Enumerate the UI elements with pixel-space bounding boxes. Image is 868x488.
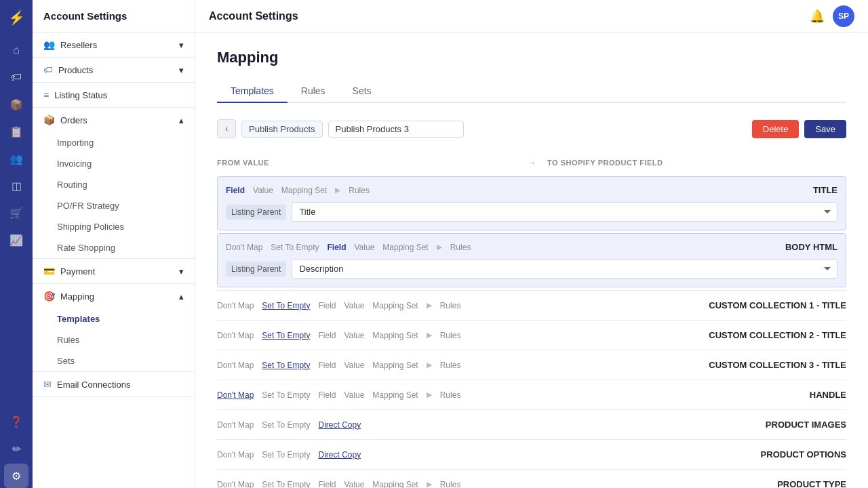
custom-col-3-set-empty[interactable]: Set To Empty [262, 361, 310, 370]
nav-payment-header[interactable]: 💳 Payment ▾ [33, 259, 195, 283]
product-images-set-empty[interactable]: Set To Empty [262, 420, 310, 430]
nav-resellers-header[interactable]: 👥 Resellers ▾ [33, 33, 195, 57]
nav-orders-header[interactable]: 📦 Orders ▴ [33, 108, 195, 132]
product-images-direct-copy[interactable]: Direct Copy [318, 420, 361, 430]
help-nav-icon[interactable]: ❓ [4, 409, 28, 434]
handle-mapping-set[interactable]: Mapping Set [372, 390, 418, 400]
nav-email-header[interactable]: ✉ Email Connections [33, 372, 195, 396]
list-nav-icon[interactable]: 📋 [4, 119, 28, 144]
handle-set-empty[interactable]: Set To Empty [262, 390, 310, 400]
product-options-set-empty[interactable]: Set To Empty [262, 450, 310, 460]
custom-col-1-field[interactable]: Field [318, 301, 336, 310]
custom-col-1-set-empty[interactable]: Set To Empty [262, 301, 310, 310]
custom-col-3-rules[interactable]: Rules [440, 361, 461, 370]
product-type-value[interactable]: Value [344, 480, 365, 489]
handle-dont-map[interactable]: Don't Map [217, 390, 254, 400]
custom-col-1-rules[interactable]: Rules [440, 301, 461, 310]
avatar[interactable]: SP [833, 5, 854, 27]
custom-col-3-value[interactable]: Value [344, 361, 365, 370]
product-type-set-empty[interactable]: Set To Empty [262, 480, 310, 489]
orders-label: Orders [60, 115, 87, 125]
mapping-row-product-options: Don't Map Set To Empty Direct Copy PRODU… [217, 439, 846, 469]
product-images-dont-map[interactable]: Don't Map [217, 420, 254, 430]
edit-nav-icon[interactable]: ✏ [4, 436, 28, 461]
bell-icon[interactable]: 🔔 [810, 9, 825, 24]
custom-col-2-value[interactable]: Value [344, 331, 365, 340]
custom-col-3-field[interactable]: Field [318, 361, 336, 370]
nav-mapping-header[interactable]: 🎯 Mapping ▴ [33, 284, 195, 308]
tab-rules[interactable]: Rules [288, 80, 339, 103]
settings-nav-icon[interactable]: ⚙ [4, 464, 28, 488]
body-html-opt-field[interactable]: Field [327, 243, 346, 252]
tag-nav-icon[interactable]: 🏷 [4, 65, 28, 89]
grid-nav-icon[interactable]: ◫ [4, 174, 28, 198]
sidebar-item-routing[interactable]: Routing [33, 174, 195, 195]
home-nav-icon[interactable]: ⌂ [4, 38, 28, 62]
product-type-rules[interactable]: Rules [440, 480, 461, 489]
sidebar-item-rules[interactable]: Rules [33, 329, 195, 350]
product-options-direct-copy[interactable]: Direct Copy [318, 450, 361, 460]
cart-nav-icon[interactable]: 🛒 [4, 201, 28, 225]
sidebar-item-templates[interactable]: Templates [33, 308, 195, 329]
title-opt-mapping-set[interactable]: Mapping Set [281, 186, 327, 195]
back-button[interactable]: ‹ [217, 119, 236, 138]
custom-col-2-mapping-set[interactable]: Mapping Set [372, 331, 418, 340]
title-dropdown[interactable]: Title [292, 202, 837, 222]
body-html-opt-rules[interactable]: Rules [450, 243, 471, 252]
handle-field[interactable]: Field [318, 390, 336, 400]
custom-col-2-set-empty[interactable]: Set To Empty [262, 331, 310, 340]
mapping-chevron-icon: ▴ [179, 291, 184, 302]
product-type-dont-map[interactable]: Don't Map [217, 480, 254, 489]
product-images-options: Don't Map Set To Empty Direct Copy [217, 420, 711, 430]
body-html-dropdown[interactable]: Description [292, 259, 837, 279]
sidebar-item-sets[interactable]: Sets [33, 350, 195, 371]
product-type-arrow: ▶ [427, 480, 432, 488]
nav-products-header[interactable]: 🏷 Products ▾ [33, 58, 195, 82]
custom-col-2-rules[interactable]: Rules [440, 331, 461, 340]
sidebar-item-shipping[interactable]: Shipping Policies [33, 216, 195, 237]
product-options-dont-map[interactable]: Don't Map [217, 450, 254, 460]
brand-logo[interactable]: ⚡ [4, 5, 28, 30]
mapping-from-header: FROM VALUE [217, 159, 516, 167]
products-chevron-icon: ▾ [179, 65, 184, 75]
save-button[interactable]: Save [804, 120, 846, 138]
custom-col-3-mapping-set[interactable]: Mapping Set [372, 361, 418, 370]
title-opt-value[interactable]: Value [253, 186, 273, 195]
mapping-row-custom-col-3: Don't Map Set To Empty Field Value Mappi… [217, 350, 846, 380]
handle-value[interactable]: Value [344, 390, 365, 400]
body-html-opt-mapping-set[interactable]: Mapping Set [382, 243, 428, 252]
chart-nav-icon[interactable]: 📈 [4, 228, 28, 252]
custom-col-1-mapping-set[interactable]: Mapping Set [372, 301, 418, 310]
breadcrumb-item-1[interactable]: Publish Products [241, 121, 323, 138]
handle-rules[interactable]: Rules [440, 390, 461, 400]
nav-listing-status-header[interactable]: ≡ Listing Status [33, 83, 195, 107]
listing-status-icon: ≡ [43, 89, 49, 100]
product-type-mapping-set[interactable]: Mapping Set [372, 480, 418, 489]
title-opt-rules[interactable]: Rules [349, 186, 370, 195]
custom-col-2-dont-map[interactable]: Don't Map [217, 331, 254, 340]
inbox-nav-icon[interactable]: 📦 [4, 92, 28, 117]
tab-templates[interactable]: Templates [217, 80, 288, 103]
custom-col-3-dont-map[interactable]: Don't Map [217, 361, 254, 370]
breadcrumb-item-2[interactable]: Publish Products 3 [328, 121, 464, 138]
users-nav-icon[interactable]: 👥 [4, 146, 28, 171]
body-html-options: Don't Map Set To Empty Field Value Mappi… [226, 243, 702, 252]
sidebar-item-importing[interactable]: Importing [33, 132, 195, 153]
sidebar-item-pofr[interactable]: PO/FR Strategy [33, 195, 195, 216]
nav-section-orders: 📦 Orders ▴ Importing Invoicing Routing P… [33, 108, 195, 259]
mapping-row-title: Field Value Mapping Set ▶ Rules TITLE Li… [217, 176, 846, 230]
handle-arrow: ▶ [427, 390, 432, 399]
mapping-row-title-top: Field Value Mapping Set ▶ Rules TITLE [226, 185, 837, 195]
custom-col-2-field[interactable]: Field [318, 331, 336, 340]
body-html-opt-set-empty[interactable]: Set To Empty [271, 243, 319, 252]
sidebar-item-rate-shopping[interactable]: Rate Shopping [33, 237, 195, 258]
sidebar-item-invoicing[interactable]: Invoicing [33, 153, 195, 174]
delete-button[interactable]: Delete [752, 120, 800, 138]
custom-col-1-value[interactable]: Value [344, 301, 365, 310]
body-html-opt-value[interactable]: Value [355, 243, 375, 252]
title-opt-field[interactable]: Field [226, 186, 245, 195]
custom-col-1-dont-map[interactable]: Don't Map [217, 301, 254, 310]
tab-sets[interactable]: Sets [339, 80, 385, 103]
product-type-field[interactable]: Field [318, 480, 336, 489]
body-html-opt-dont-map[interactable]: Don't Map [226, 243, 262, 252]
